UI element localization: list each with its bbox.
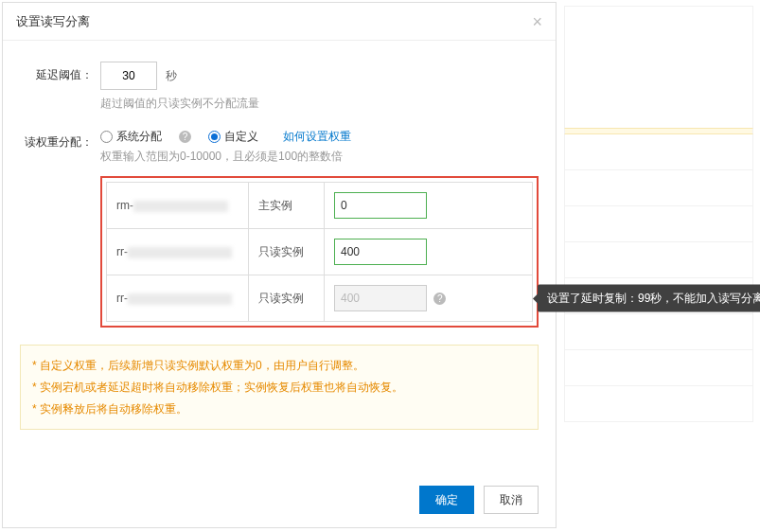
link-how-to-set-weight[interactable]: 如何设置权重 [283,129,351,145]
radio-icon [100,131,113,143]
instance-type-cell: 只读实例 [249,229,325,275]
notice-box: * 自定义权重，后续新增只读实例默认权重为0，由用户自行调整。 * 实例宕机或者… [20,345,539,430]
dialog-footer: 确定 取消 [3,472,556,527]
latency-unit: 秒 [166,69,177,82]
weight-input-disabled [334,285,427,311]
weight-cell [325,183,533,229]
instance-id-cell: rr- [107,229,249,275]
cancel-button[interactable]: 取消 [484,486,539,514]
weight-cell: ? 设置了延时复制：99秒，不能加入读写分离 [325,275,533,322]
help-icon[interactable]: ? [179,131,191,143]
close-icon[interactable]: × [532,13,542,30]
table-row: rm- 主实例 [107,183,533,229]
table-row: rr- 只读实例 ? 设置了延时复制：99秒，不能加入读写分离 [107,275,533,322]
weight-input[interactable] [334,239,427,265]
ok-button[interactable]: 确定 [419,486,474,514]
weight-label: 读权重分配： [20,129,100,328]
instance-id-cell: rr- [107,275,249,322]
instance-type-cell: 主实例 [249,183,325,229]
help-icon[interactable]: ? [433,293,446,305]
dialog-header: 设置读写分离 × [3,3,556,41]
radio-custom-label: 自定义 [224,129,258,145]
radio-custom[interactable]: 自定义 [208,129,258,145]
radio-system-label: 系统分配 [116,129,162,145]
notice-line: * 实例释放后将自动移除权重。 [32,399,526,420]
latency-label: 延迟阈值： [20,62,100,112]
weight-input[interactable] [334,192,427,219]
weight-hint: 权重输入范围为0-10000，且必须是100的整数倍 [100,149,539,165]
notice-line: * 自定义权重，后续新增只读实例默认权重为0，由用户自行调整。 [32,355,526,377]
row-latency: 延迟阈值： 秒 超过阈值的只读实例不分配流量 [20,62,539,112]
weight-table-highlight: rm- 主实例 rr- 只读实例 [100,176,539,328]
latency-hint: 超过阈值的只读实例不分配流量 [100,96,539,112]
dialog-body: 延迟阈值： 秒 超过阈值的只读实例不分配流量 读权重分配： 系统分配 ? [3,41,556,472]
weight-table: rm- 主实例 rr- 只读实例 [106,182,533,322]
weight-cell [325,229,533,275]
dialog-read-write-split: 设置读写分离 × 延迟阈值： 秒 超过阈值的只读实例不分配流量 读权重分配： 系… [2,2,557,528]
background-panel [564,6,753,422]
table-row: rr- 只读实例 [107,229,533,275]
row-weight: 读权重分配： 系统分配 ? 自定义 如何设置权重 权重输入范围为0-10000，… [20,129,539,328]
dialog-title: 设置读写分离 [16,13,90,30]
tooltip-delay-replication: 设置了延时复制：99秒，不能加入读写分离 [538,285,760,312]
notice-line: * 实例宕机或者延迟超时将自动移除权重；实例恢复后权重也将自动恢复。 [32,377,526,399]
radio-system[interactable]: 系统分配 [100,129,162,145]
instance-id-cell: rm- [107,183,249,229]
instance-type-cell: 只读实例 [249,275,325,322]
radio-icon [208,131,221,143]
latency-input[interactable] [100,62,157,90]
